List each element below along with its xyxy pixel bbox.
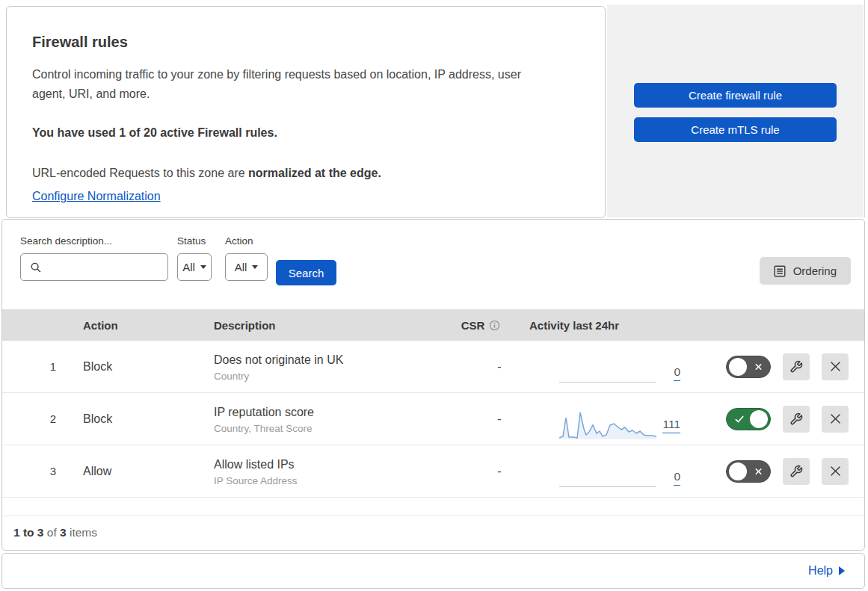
firewall-rules-header-card: Firewall rules Control incoming traffic …: [6, 6, 606, 218]
status-filter: Status All: [177, 235, 212, 281]
rule-controls: [701, 353, 864, 380]
activity-sparkline-flat: [559, 382, 656, 383]
status-label: Status: [177, 235, 212, 247]
status-select[interactable]: All: [177, 253, 212, 281]
normalization-note-bold: normalized at the edge.: [248, 167, 381, 179]
items-total: 3: [60, 526, 67, 539]
firewall-rules-page: Firewall rules Control incoming traffic …: [0, 0, 868, 591]
table-row: 1 Block Does not originate in UK Country…: [2, 341, 864, 393]
toggle-on-check-icon: [734, 414, 745, 424]
rule-fields: IP Source Address: [214, 475, 436, 486]
search-input-box[interactable]: [20, 253, 168, 281]
usage-summary: You have used 1 of 20 active Firewall ru…: [32, 123, 575, 143]
rule-priority: 3: [2, 465, 74, 477]
search-icon: [30, 262, 42, 273]
action-label: Action: [225, 235, 268, 247]
toggle-knob: [750, 410, 768, 428]
normalization-note-text: URL-encoded Requests to this zone are: [32, 167, 248, 179]
wrench-icon: [789, 360, 803, 374]
rule-csr-value: -: [436, 465, 526, 478]
activity-count-link[interactable]: 0: [674, 470, 680, 486]
firewall-rules-table-card: Search description... Status All Action …: [1, 219, 865, 551]
help-bar: Help: [1, 553, 865, 589]
delete-rule-button[interactable]: [822, 353, 849, 380]
rule-description: Allow listed IPs: [214, 457, 436, 473]
table-row: 2 Block IP reputation score Country, Thr…: [2, 393, 864, 445]
status-select-value: All: [182, 261, 195, 273]
csr-header-label: CSR: [461, 319, 485, 332]
search-label: Search description...: [20, 235, 168, 247]
edit-rule-button[interactable]: [783, 353, 810, 380]
rule-action: Block: [74, 360, 204, 374]
close-icon: [828, 359, 843, 374]
rule-activity-cell: 0: [526, 445, 701, 497]
toggle-knob: [729, 462, 747, 480]
page-title: Firewall rules: [32, 32, 575, 52]
rule-action: Allow: [74, 465, 204, 478]
rule-enabled-toggle[interactable]: [726, 356, 771, 378]
table-header-row: Action Description CSR Activity last 24h…: [2, 309, 864, 341]
actions-panel: Create firewall rule Create mTLS rule: [607, 4, 864, 217]
ordering-button-label: Ordering: [793, 264, 837, 277]
table-empty-spacer: [2, 498, 864, 516]
search-button[interactable]: Search: [276, 260, 336, 285]
action-column-header: Action: [74, 319, 204, 332]
rule-action: Block: [74, 412, 204, 426]
ordering-button[interactable]: Ordering: [760, 257, 851, 285]
toggle-knob: [729, 358, 747, 376]
search-field: Search description...: [20, 235, 168, 281]
page-description: Control incoming traffic to your zone by…: [32, 65, 552, 104]
create-firewall-rule-button[interactable]: Create firewall rule: [634, 83, 837, 108]
panel-right-border: [864, 0, 865, 217]
filter-bar: Search description... Status All Action …: [2, 220, 864, 309]
items-range: 1 to 3: [13, 526, 43, 539]
rule-enabled-toggle[interactable]: [726, 460, 771, 483]
delete-rule-button[interactable]: [822, 458, 849, 485]
rule-controls: [701, 406, 864, 433]
rule-description: IP reputation score: [214, 404, 436, 421]
normalization-note: URL-encoded Requests to this zone are no…: [32, 164, 575, 183]
wrench-icon: [789, 465, 803, 478]
search-input[interactable]: [48, 261, 160, 273]
edit-rule-button[interactable]: [783, 406, 810, 433]
csr-column-header: CSR: [436, 319, 526, 332]
rule-controls: [701, 458, 864, 485]
close-icon: [828, 412, 843, 426]
action-select-value: All: [235, 261, 247, 273]
create-mtls-rule-button[interactable]: Create mTLS rule: [634, 117, 837, 142]
rule-activity-cell: 0: [526, 341, 701, 392]
action-filter: Action All: [225, 235, 268, 281]
rule-description-cell: Allow listed IPs IP Source Address: [204, 457, 436, 486]
rule-priority: 1: [2, 360, 74, 373]
rule-csr-value: -: [436, 412, 526, 426]
rule-csr-value: -: [436, 360, 526, 374]
table-footer: 1 to 3 of 3 items: [2, 516, 864, 539]
configure-normalization-link[interactable]: Configure Normalization: [32, 190, 161, 203]
activity-sparkline-flat: [559, 486, 656, 487]
activity-count-link[interactable]: 111: [662, 418, 680, 433]
wrench-icon: [789, 412, 803, 426]
rule-fields: Country: [214, 371, 436, 382]
rule-priority: 2: [2, 412, 74, 425]
rule-description-cell: IP reputation score Country, Threat Scor…: [204, 404, 436, 434]
close-icon: [828, 464, 843, 478]
rule-description: Does not originate in UK: [214, 352, 436, 368]
items-of-label: of: [47, 526, 57, 539]
description-column-header: Description: [204, 319, 436, 332]
rule-description-cell: Does not originate in UK Country: [204, 352, 436, 382]
action-select[interactable]: All: [225, 253, 268, 281]
info-icon[interactable]: [489, 320, 500, 331]
ordering-list-icon: [774, 265, 786, 277]
help-link[interactable]: Help: [808, 564, 845, 578]
toggle-off-x-icon: [754, 466, 763, 476]
help-label: Help: [808, 564, 833, 578]
edit-rule-button[interactable]: [783, 458, 810, 485]
items-label: items: [70, 526, 97, 539]
delete-rule-button[interactable]: [822, 406, 849, 433]
arrow-right-icon: [839, 566, 845, 575]
rule-fields: Country, Threat Score: [214, 423, 436, 434]
rule-enabled-toggle[interactable]: [726, 408, 771, 430]
activity-sparkline: [559, 408, 656, 439]
activity-count-link[interactable]: 0: [674, 365, 680, 381]
activity-column-header: Activity last 24hr: [526, 319, 701, 332]
